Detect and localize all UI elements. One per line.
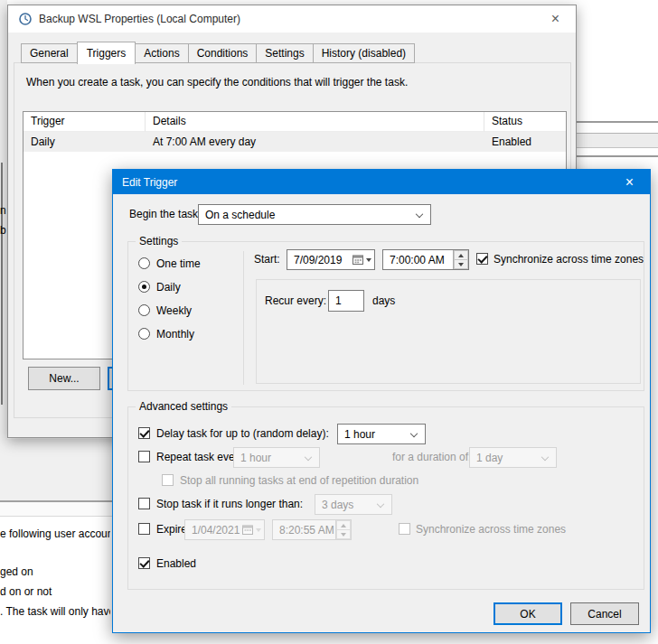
enabled-checkbox[interactable] (138, 557, 150, 569)
tab-triggers[interactable]: Triggers (77, 42, 136, 64)
expire-date-picker[interactable]: 1/04/2021 (184, 519, 265, 540)
expire-time-value: 8:20:55 AM (273, 520, 335, 539)
recur-every-value: 1 (329, 291, 363, 311)
column-header-status[interactable]: Status (484, 112, 566, 132)
tab-history[interactable]: History (disabled) (313, 43, 415, 63)
dropdown-arrow-icon (256, 528, 261, 532)
main-window-row-line (569, 147, 658, 148)
begin-task-select[interactable]: On a schedule (198, 204, 431, 225)
background-text-fragment: n (0, 204, 6, 217)
spin-up-icon (336, 520, 351, 530)
tab-strip: General Triggers Actions Conditions Sett… (21, 43, 415, 63)
calendar-icon[interactable] (349, 250, 374, 269)
start-date-value: 7/09/2019 (287, 250, 349, 269)
start-date-picker[interactable]: 7/09/2019 (287, 249, 375, 270)
stop-task-checkbox[interactable] (138, 498, 150, 509)
start-time-spinner[interactable]: 7:00:00 AM (382, 249, 469, 270)
details-pane-text: . The task will only have (0, 605, 110, 618)
tab-settings[interactable]: Settings (256, 43, 313, 63)
clock-icon (19, 13, 32, 25)
chevron-down-icon (410, 429, 418, 436)
tab-actions[interactable]: Actions (135, 43, 188, 63)
sync-timezones-checkbox[interactable] (476, 253, 488, 265)
cancel-button[interactable]: Cancel (570, 602, 639, 625)
repeat-task-checkbox[interactable] (138, 451, 150, 462)
radio-monthly[interactable] (138, 328, 150, 340)
stop-task-select[interactable]: 3 days (315, 494, 392, 515)
spin-up-icon[interactable] (454, 250, 468, 260)
delay-task-checkbox[interactable] (138, 427, 150, 439)
details-pane-text: e following user accoun (0, 527, 110, 540)
sync-timezones-label[interactable]: Synchronize across time zones (494, 253, 644, 266)
settings-group-label: Settings (136, 235, 182, 247)
properties-titlebar[interactable]: Backup WSL Properties (Local Computer) × (8, 5, 576, 33)
close-icon[interactable]: × (535, 5, 576, 33)
start-time-value: 7:00:00 AM (383, 250, 453, 269)
radio-weekly-label[interactable]: Weekly (156, 304, 192, 317)
column-header-details[interactable]: Details (146, 112, 484, 132)
details-pane-text: d on or not (0, 585, 110, 598)
chevron-down-icon (377, 499, 384, 507)
table-header-row: Trigger Details Status (24, 112, 566, 132)
edit-trigger-titlebar[interactable]: Edit Trigger × (113, 170, 650, 194)
column-header-trigger[interactable]: Trigger (24, 112, 146, 132)
chevron-down-icon (305, 453, 312, 460)
recur-unit-label: days (372, 294, 395, 307)
delay-task-label[interactable]: Delay task for up to (random delay): (156, 427, 329, 440)
radio-monthly-label[interactable]: Monthly (156, 328, 194, 341)
details-pane-text: ged on (0, 565, 110, 578)
stop-task-value: 3 days (322, 499, 353, 511)
duration-select[interactable]: 1 day (469, 447, 557, 468)
dropdown-arrow-icon (366, 258, 371, 262)
delay-task-value: 1 hour (344, 428, 375, 441)
expire-date-value: 1/04/2021 (185, 520, 240, 539)
main-window-row-line (569, 155, 658, 157)
radio-daily[interactable] (138, 281, 150, 293)
close-icon[interactable]: × (609, 170, 650, 194)
expire-time-spinner[interactable]: 8:20:55 AM (272, 519, 352, 540)
cell-trigger: Daily (24, 135, 146, 148)
main-window-light-band (0, 502, 112, 516)
main-window-lower-band (0, 439, 112, 500)
spinner (453, 250, 468, 269)
table-row[interactable]: Daily At 7:00 AM every day Enabled (24, 132, 566, 152)
advanced-settings-label: Advanced settings (136, 400, 231, 413)
recur-every-input[interactable]: 1 (328, 290, 364, 312)
cell-status: Enabled (484, 135, 566, 148)
recur-every-label: Recur every: (265, 294, 326, 307)
stop-task-label[interactable]: Stop task if it runs longer than: (156, 498, 303, 510)
properties-title: Backup WSL Properties (Local Computer) (8, 13, 240, 25)
edit-trigger-dialog: Edit Trigger × Begin the task: On a sche… (112, 169, 651, 633)
repeat-interval-value: 1 hour (240, 452, 271, 464)
tab-conditions[interactable]: Conditions (188, 43, 258, 63)
duration-label: for a duration of: (392, 451, 471, 463)
radio-one-time-label[interactable]: One time (156, 257, 201, 270)
enabled-label[interactable]: Enabled (156, 557, 196, 570)
repeat-interval-select[interactable]: 1 hour (233, 447, 320, 468)
tab-general[interactable]: General (21, 43, 78, 63)
expire-sync-checkbox[interactable] (399, 523, 410, 535)
expire-checkbox[interactable] (138, 523, 150, 535)
expire-sync-label: Synchronize across time zones (416, 523, 566, 536)
radio-daily-label[interactable]: Daily (156, 281, 181, 294)
calendar-icon (240, 520, 264, 539)
spinner (335, 520, 351, 539)
delay-task-select[interactable]: 1 hour (337, 424, 426, 444)
radio-weekly[interactable] (138, 304, 150, 316)
start-label: Start: (254, 253, 280, 266)
begin-task-value: On a schedule (205, 209, 275, 221)
stop-all-tasks-checkbox[interactable] (162, 474, 174, 486)
duration-value: 1 day (476, 452, 503, 464)
main-window-pane-divider (1, 163, 3, 405)
stop-all-tasks-label: Stop all running tasks at end of repetit… (180, 474, 418, 487)
main-window-row-band (569, 134, 658, 147)
new-button[interactable]: New... (28, 367, 100, 390)
spin-down-icon[interactable] (454, 260, 468, 269)
ok-button[interactable]: OK (494, 602, 562, 625)
edit-trigger-title: Edit Trigger (113, 176, 177, 189)
task-details-pane: e following user accoun ged on d on or n… (0, 517, 112, 644)
radio-one-time[interactable] (138, 257, 150, 269)
spin-down-icon (336, 530, 351, 539)
triggers-description: When you create a task, you can specify … (26, 76, 408, 89)
chevron-down-icon (541, 453, 549, 460)
